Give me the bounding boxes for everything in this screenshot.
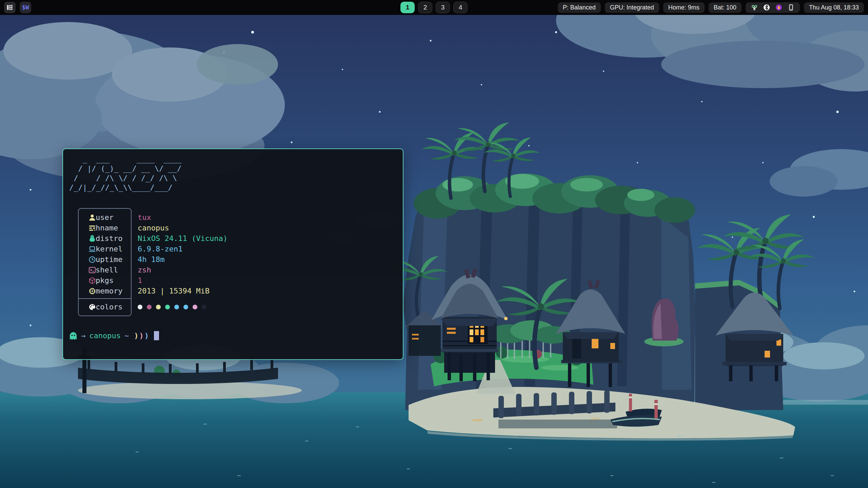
prompt-chevron: )	[139, 331, 143, 340]
power-profile-label: P: Balanced	[563, 4, 596, 11]
value-kernel: 6.9.8-zen1	[138, 244, 228, 254]
palette-dot	[147, 305, 152, 309]
home-ping-label: Home: 9ms	[668, 4, 699, 11]
value-distro: NixOS 24.11 (Vicuna)	[138, 233, 228, 244]
terminal-window[interactable]: _ ___ ____ ____ / |/ (_)_ __/ __ \/ __/ …	[62, 148, 403, 360]
workspace-2[interactable]: 2	[418, 2, 432, 13]
value-pkgs: 1	[138, 275, 228, 286]
bar-left: $W	[4, 2, 31, 13]
workspace-label: 2	[423, 4, 427, 11]
info-row-distro: distro	[79, 233, 131, 244]
user-icon	[83, 214, 92, 222]
workspace-4[interactable]: 4	[453, 2, 468, 13]
gpu-label: GPU: Integrated	[610, 4, 654, 11]
shell-prompt[interactable]: → canopus ~ ) ) )	[69, 331, 397, 340]
home-ping-pill[interactable]: Home: 9ms	[663, 2, 705, 13]
info-label: shell	[96, 266, 118, 274]
focused-window-badge[interactable]: $W	[20, 2, 31, 13]
bluetooth-icon[interactable]	[763, 4, 770, 11]
info-label: distro	[96, 234, 122, 243]
terminal-cursor[interactable]	[154, 331, 159, 340]
palette-dot	[156, 305, 161, 309]
value-user: tux	[138, 212, 228, 223]
info-row-kernel: kernel	[79, 244, 131, 254]
system-tray	[746, 2, 800, 13]
info-row-user: user	[79, 212, 131, 223]
palette-dot	[138, 305, 142, 309]
nixos-ascii-logo: _ ___ ____ ____ / |/ (_)_ __/ __ \/ __/ …	[69, 155, 397, 192]
value-memory: 2013 | 15394 MiB	[138, 286, 228, 296]
window-badge-label: $W	[22, 4, 29, 11]
fetch-values: tux canopus NixOS 24.11 (Vicuna) 6.9.8-z…	[138, 208, 228, 316]
prompt-path: ~	[124, 331, 129, 340]
info-label: memory	[96, 287, 122, 295]
info-row-uptime: uptime	[79, 254, 131, 265]
battery-pill[interactable]: Bat: 100	[709, 2, 742, 13]
prompt-host: canopus	[89, 331, 121, 340]
apps-grid-icon	[6, 4, 13, 11]
phone-icon[interactable]	[787, 4, 795, 11]
workspace-label: 4	[459, 4, 462, 11]
value-hname: canopus	[138, 223, 228, 233]
chip-icon	[83, 287, 92, 295]
clock-pill[interactable]: Thu Aug 08, 18:33	[804, 2, 864, 13]
prompt-chevron: )	[134, 331, 138, 340]
laptop-icon	[83, 245, 92, 253]
fetch-info: user hname distro kernel uptime	[78, 208, 397, 316]
power-profile-pill[interactable]: P: Balanced	[558, 2, 601, 13]
gpu-pill[interactable]: GPU: Integrated	[605, 2, 659, 13]
package-icon	[83, 277, 92, 285]
workspace-switcher: 1 2 3 4	[400, 0, 468, 15]
palette-dot	[165, 305, 170, 309]
terminal-icon	[83, 266, 92, 274]
app-launcher-button[interactable]	[4, 2, 16, 13]
info-row-memory: memory	[79, 286, 131, 296]
list-icon	[83, 224, 92, 232]
bar-right: P: Balanced GPU: Integrated Home: 9ms Ba…	[558, 2, 864, 13]
info-label: user	[96, 213, 114, 222]
info-label: uptime	[96, 255, 122, 264]
value-shell: zsh	[138, 265, 228, 275]
info-label: pkgs	[96, 276, 114, 285]
info-row-shell: shell	[79, 265, 131, 275]
info-row-colors: colors	[79, 302, 131, 312]
value-uptime: 4h 18m	[138, 254, 228, 265]
fetch-labels-box: user hname distro kernel uptime	[78, 208, 132, 316]
workspace-3[interactable]: 3	[436, 2, 450, 13]
prompt-chevrons: ) ) )	[134, 331, 149, 340]
info-row-pkgs: pkgs	[79, 275, 131, 286]
ghost-icon	[69, 331, 77, 340]
battery-label: Bat: 100	[714, 4, 736, 11]
scissors-icon[interactable]	[751, 4, 758, 11]
info-row-hname: hname	[79, 223, 131, 233]
workspace-1[interactable]: 1	[400, 2, 415, 13]
palette-dot	[193, 305, 197, 309]
palette-dot	[183, 305, 188, 309]
top-bar: $W 1 2 3 4 P: Balanced GPU: Integrated H…	[0, 0, 868, 15]
info-label: hname	[96, 224, 118, 232]
palette-dot	[174, 305, 179, 309]
color-palette	[138, 302, 228, 312]
palette-icon	[83, 303, 92, 311]
clock-icon	[83, 256, 92, 264]
workspace-label: 1	[406, 4, 410, 11]
prompt-arrow: →	[81, 331, 85, 340]
prompt-chevron: )	[144, 331, 149, 340]
info-divider	[79, 298, 131, 299]
penguin-icon	[83, 235, 92, 243]
workspace-label: 3	[441, 4, 445, 11]
info-label: kernel	[96, 245, 122, 253]
palette-dot	[202, 305, 206, 309]
flame-icon[interactable]	[775, 4, 783, 11]
info-label: colors	[96, 303, 122, 311]
clock-label: Thu Aug 08, 18:33	[809, 4, 859, 11]
